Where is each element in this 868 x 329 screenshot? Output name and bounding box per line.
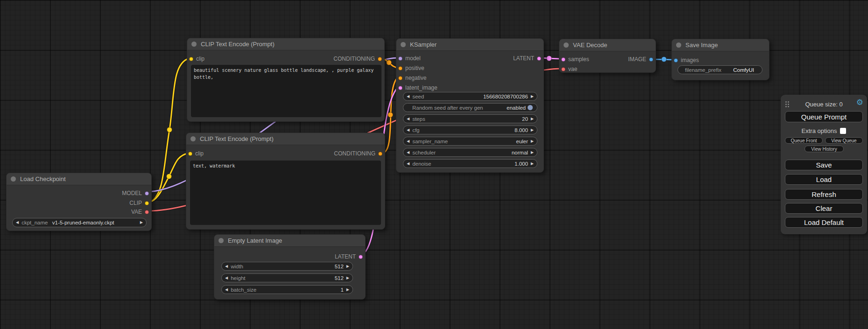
- model-slot-icon[interactable]: [398, 56, 402, 61]
- vae-slot-icon[interactable]: [145, 210, 149, 214]
- conditioning-slot-icon[interactable]: [398, 66, 402, 70]
- load-button[interactable]: Load: [785, 174, 863, 185]
- input-slot-latent-image[interactable]: latent_image: [398, 84, 438, 92]
- model-slot-icon[interactable]: [145, 191, 149, 196]
- increment-arrow-icon[interactable]: ▶: [346, 265, 349, 268]
- sampler-name-widget[interactable]: ◀ sampler_name euler ▶: [403, 137, 537, 146]
- output-slot-conditioning[interactable]: CONDITIONING: [334, 149, 382, 158]
- decrement-arrow-icon[interactable]: ◀: [407, 128, 409, 132]
- decrement-arrow-icon[interactable]: ◀: [225, 265, 228, 268]
- increment-arrow-icon[interactable]: ▶: [531, 95, 534, 98]
- decrement-arrow-icon[interactable]: ◀: [407, 151, 409, 154]
- input-slot-model[interactable]: model: [398, 54, 421, 63]
- node-ksampler-titlebar[interactable]: KSampler: [396, 39, 543, 51]
- height-widget[interactable]: ◀ height 512 ▶: [221, 273, 353, 282]
- queue-prompt-button[interactable]: Queue Prompt: [785, 111, 863, 122]
- denoise-widget[interactable]: ◀ denoise 1.000 ▶: [403, 159, 537, 168]
- input-slot-positive[interactable]: positive: [398, 64, 424, 72]
- node-clip-positive-titlebar[interactable]: CLIP Text Encode (Prompt): [187, 38, 384, 50]
- node-save-image[interactable]: Save Image images filename_prefix ComfyU…: [671, 39, 769, 80]
- clip-slot-icon[interactable]: [188, 152, 192, 156]
- collapse-dot-icon[interactable]: [564, 42, 569, 48]
- drag-handle-icon[interactable]: [785, 101, 790, 107]
- node-clip-text-encode-negative[interactable]: CLIP Text Encode (Prompt) clip CONDITION…: [186, 133, 385, 230]
- steps-widget[interactable]: ◀ steps 20 ▶: [403, 114, 537, 123]
- increment-arrow-icon[interactable]: ▶: [531, 128, 534, 132]
- decrement-arrow-icon[interactable]: ◀: [407, 95, 409, 98]
- random-seed-toggle-widget[interactable]: Random seed after every gen enabled: [403, 103, 537, 112]
- batch-size-widget[interactable]: ◀ batch_size 1 ▶: [221, 285, 353, 294]
- increment-arrow-icon[interactable]: ▶: [140, 221, 143, 224]
- output-slot-image[interactable]: IMAGE: [628, 55, 653, 63]
- seed-widget[interactable]: ◀ seed 156680208700286 ▶: [403, 92, 537, 101]
- collapse-dot-icon[interactable]: [401, 42, 406, 47]
- width-widget[interactable]: ◀ width 512 ▶: [221, 262, 353, 271]
- increment-arrow-icon[interactable]: ▶: [346, 288, 349, 292]
- latent-slot-icon[interactable]: [398, 86, 402, 90]
- increment-arrow-icon[interactable]: ▶: [531, 162, 534, 166]
- output-slot-latent[interactable]: LATENT: [335, 252, 363, 261]
- node-load-checkpoint[interactable]: Load Checkpoint MODEL CLIP VAE ◀ ckpt_na…: [6, 173, 152, 231]
- output-slot-vae[interactable]: VAE: [131, 208, 149, 216]
- scheduler-widget[interactable]: ◀ scheduler normal ▶: [403, 148, 537, 157]
- increment-arrow-icon[interactable]: ▶: [346, 276, 349, 280]
- image-slot-icon[interactable]: [649, 57, 653, 62]
- collapse-dot-icon[interactable]: [219, 238, 224, 243]
- save-button[interactable]: Save: [785, 160, 863, 170]
- input-slot-images[interactable]: images: [674, 56, 699, 64]
- decrement-arrow-icon[interactable]: ◀: [225, 276, 228, 280]
- input-slot-samples[interactable]: samples: [561, 55, 589, 63]
- node-empty-latent-image[interactable]: Empty Latent Image LATENT ◀ width 512 ▶ …: [214, 234, 366, 300]
- node-clip-text-encode-positive[interactable]: CLIP Text Encode (Prompt) clip CONDITION…: [187, 38, 385, 122]
- vae-slot-icon[interactable]: [561, 67, 565, 71]
- node-load-checkpoint-titlebar[interactable]: Load Checkpoint: [7, 173, 151, 185]
- toggle-dot-icon[interactable]: [528, 105, 533, 110]
- filename-prefix-widget[interactable]: filename_prefix ComfyUI: [677, 65, 762, 74]
- node-ksampler[interactable]: KSampler model positive negative latent_…: [396, 38, 544, 173]
- decrement-arrow-icon[interactable]: ◀: [407, 117, 409, 121]
- clear-button[interactable]: Clear: [785, 203, 863, 214]
- conditioning-slot-icon[interactable]: [398, 76, 402, 80]
- collapse-dot-icon[interactable]: [676, 42, 681, 48]
- node-clip-negative-titlebar[interactable]: CLIP Text Encode (Prompt): [186, 133, 385, 145]
- node-vae-decode[interactable]: VAE Decode samples vae IMAGE: [559, 39, 656, 73]
- load-default-button[interactable]: Load Default: [785, 217, 863, 228]
- collapse-dot-icon[interactable]: [11, 176, 16, 182]
- comfyui-canvas[interactable]: { "colors": { "model": "#b79ce6", "clip"…: [0, 0, 868, 329]
- increment-arrow-icon[interactable]: ▶: [531, 151, 534, 154]
- refresh-button[interactable]: Refresh: [785, 189, 863, 200]
- output-slot-conditioning[interactable]: CONDITIONING: [333, 55, 382, 63]
- positive-prompt-textarea[interactable]: beautiful scenery nature glass bottle la…: [191, 65, 381, 117]
- conditioning-slot-icon[interactable]: [378, 152, 382, 156]
- node-empty-latent-titlebar[interactable]: Empty Latent Image: [214, 235, 365, 247]
- output-slot-model[interactable]: MODEL: [122, 189, 149, 197]
- input-slot-clip[interactable]: clip: [188, 149, 204, 158]
- cfg-widget[interactable]: ◀ cfg 8.000 ▶: [403, 126, 537, 134]
- queue-front-button[interactable]: Queue Front: [785, 137, 823, 144]
- image-slot-icon[interactable]: [674, 58, 678, 63]
- increment-arrow-icon[interactable]: ▶: [531, 117, 534, 121]
- collapse-dot-icon[interactable]: [191, 136, 196, 141]
- output-slot-clip[interactable]: CLIP: [129, 199, 149, 207]
- latent-slot-icon[interactable]: [537, 56, 541, 61]
- input-slot-negative[interactable]: negative: [398, 74, 426, 82]
- input-slot-vae[interactable]: vae: [561, 65, 577, 73]
- ckpt-name-widget[interactable]: ◀ ckpt_name v1-5-pruned-emaonly.ckpt ▶: [12, 218, 147, 227]
- output-slot-latent[interactable]: LATENT: [513, 54, 541, 63]
- view-history-button[interactable]: View History: [804, 146, 844, 152]
- latent-slot-icon[interactable]: [561, 57, 565, 62]
- collapse-dot-icon[interactable]: [191, 42, 197, 47]
- decrement-arrow-icon[interactable]: ◀: [407, 162, 409, 166]
- decrement-arrow-icon[interactable]: ◀: [407, 140, 409, 143]
- clip-slot-icon[interactable]: [189, 57, 193, 61]
- negative-prompt-textarea[interactable]: text, watermark: [190, 161, 381, 225]
- decrement-arrow-icon[interactable]: ◀: [16, 221, 19, 224]
- latent-slot-icon[interactable]: [359, 255, 363, 259]
- increment-arrow-icon[interactable]: ▶: [531, 140, 534, 143]
- view-queue-button[interactable]: View Queue: [825, 137, 863, 144]
- decrement-arrow-icon[interactable]: ◀: [225, 288, 228, 292]
- extra-options-checkbox[interactable]: [840, 128, 846, 134]
- input-slot-clip[interactable]: clip: [189, 55, 205, 63]
- node-save-image-titlebar[interactable]: Save Image: [672, 39, 769, 51]
- conditioning-slot-icon[interactable]: [378, 57, 382, 61]
